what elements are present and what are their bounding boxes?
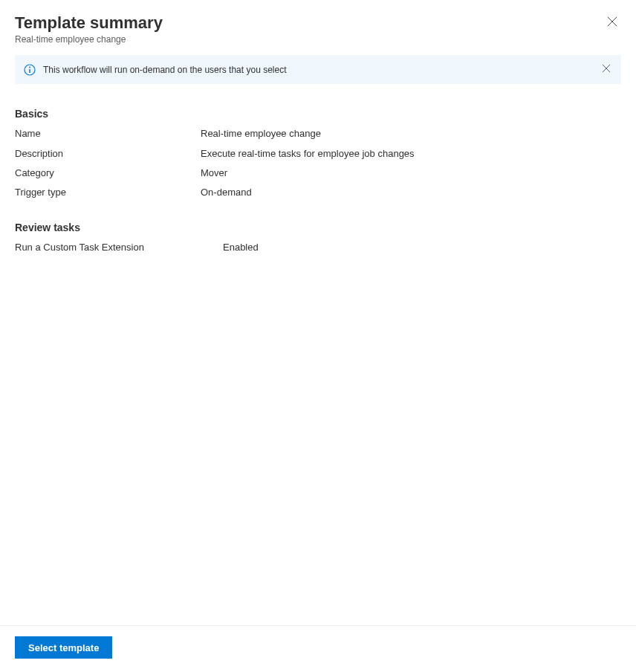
panel-header-text: Template summary Real-time employee chan… [15,13,163,45]
select-template-button[interactable]: Select template [15,636,112,659]
close-panel-button[interactable] [603,13,621,31]
panel-footer: Select template [0,625,636,672]
kv-val: Enabled [223,241,621,254]
svg-point-4 [29,66,30,68]
kv-key: Name [15,127,201,140]
kv-row-description: Description Execute real-time tasks for … [15,147,621,161]
basics-section: Basics Name Real-time employee change De… [15,108,621,205]
info-banner-text: This workflow will run on-demand on the … [43,65,593,75]
kv-val: On-demand [201,186,621,199]
section-heading-review-tasks: Review tasks [15,222,621,233]
close-icon [607,16,617,29]
info-banner-dismiss-button[interactable] [600,62,612,77]
kv-row-name: Name Real-time employee change [15,127,621,140]
section-heading-basics: Basics [15,108,621,120]
panel-header: Template summary Real-time employee chan… [15,13,621,45]
kv-row-category: Category Mover [15,167,621,180]
info-banner: This workflow will run on-demand on the … [15,55,621,84]
kv-row-task: Run a Custom Task Extension Enabled [15,241,621,254]
kv-key: Run a Custom Task Extension [15,241,223,254]
review-tasks-section: Review tasks Run a Custom Task Extension… [15,222,621,260]
kv-key: Description [15,147,201,161]
kv-val: Mover [201,167,621,180]
close-icon [602,64,611,75]
panel-subtitle: Real-time employee change [15,34,163,45]
kv-row-trigger-type: Trigger type On-demand [15,186,621,199]
info-icon [24,64,36,76]
kv-key: Trigger type [15,186,201,199]
kv-key: Category [15,167,201,180]
kv-val: Execute real-time tasks for employee job… [201,147,621,161]
kv-val: Real-time employee change [201,127,621,140]
panel-title: Template summary [15,13,163,33]
